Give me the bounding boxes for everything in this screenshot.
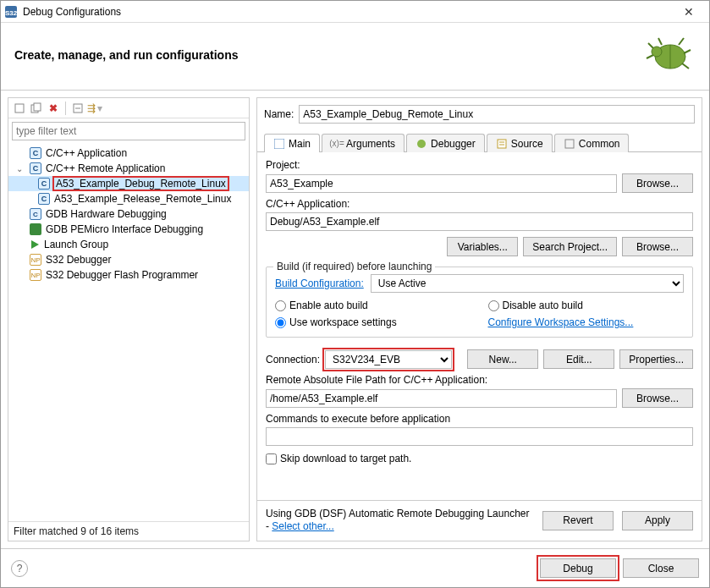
s32-icon: NP <box>29 253 42 267</box>
tree-node-s32-debugger[interactable]: NP S32 Debugger <box>8 252 249 267</box>
tree-node-launch-group[interactable]: Launch Group <box>8 237 249 252</box>
gdb-icon: C <box>29 207 42 221</box>
delete-config-icon[interactable]: ✖ <box>46 101 61 116</box>
s32-icon: NP <box>29 268 42 282</box>
configure-workspace-settings-link[interactable]: Configure Workspace Settings... <box>488 316 685 328</box>
left-panel: ✖ ⇶▾ C C/C++ Application ⌄ C C/C++ Remot… <box>8 97 250 541</box>
right-panel: Name: Main (x)= Arguments Debugger <box>256 97 702 541</box>
launcher-area: Using GDB (DSF) Automatic Remote Debuggi… <box>257 500 702 541</box>
remote-path-input[interactable] <box>266 389 617 408</box>
cpp-application-label: C/C++ Application: <box>266 198 693 210</box>
checkbox-label: Skip download to target path. <box>280 453 411 464</box>
duplicate-config-icon[interactable] <box>29 101 44 116</box>
tree-node-s32-flash[interactable]: NP S32 Debugger Flash Programmer <box>8 267 249 283</box>
build-group-legend: Build (if required) before launching <box>273 261 435 272</box>
svg-rect-12 <box>15 104 24 113</box>
tab-label: Main <box>289 138 311 150</box>
c-launch-icon: C <box>29 146 42 160</box>
tree-node-cpp-application[interactable]: C C/C++ Application <box>8 146 249 161</box>
svg-rect-23 <box>565 140 574 148</box>
disable-auto-build-radio[interactable]: Disable auto build <box>488 299 685 311</box>
debug-button[interactable]: Debug <box>540 558 616 578</box>
radio-label: Use workspace settings <box>289 316 397 328</box>
common-tab-icon <box>564 138 575 150</box>
highlight-box: Debug <box>540 558 616 578</box>
build-configuration-select[interactable]: Use Active <box>371 274 684 293</box>
launcher-text: Using GDB (DSF) Automatic Remote Debuggi… <box>266 508 534 534</box>
select-other-launcher-link[interactable]: Select other... <box>272 520 333 532</box>
tab-main[interactable]: Main <box>264 134 320 152</box>
app-icon: S32 <box>4 5 18 19</box>
svg-line-6 <box>648 43 653 48</box>
commands-label: Commands to execute before application <box>266 413 693 425</box>
project-input[interactable] <box>266 174 617 193</box>
filter-status: Filter matched 9 of 16 items <box>8 521 249 541</box>
use-workspace-settings-radio[interactable]: Use workspace settings <box>275 316 471 328</box>
tree-node-a53-debug-remote[interactable]: C A53_Example_Debug_Remote_Linux <box>8 176 249 191</box>
project-label: Project: <box>266 159 693 171</box>
remote-path-browse-button[interactable]: Browse... <box>622 388 693 408</box>
launch-group-icon <box>29 239 41 250</box>
tree-label: S32 Debugger <box>46 254 111 266</box>
tab-common[interactable]: Common <box>554 134 630 152</box>
connection-properties-button[interactable]: Properties... <box>619 349 693 369</box>
close-icon[interactable]: ✕ <box>672 5 706 19</box>
project-browse-button[interactable]: Browse... <box>622 173 693 193</box>
main-tab-icon <box>273 138 285 150</box>
svg-rect-14 <box>34 103 41 111</box>
filter-input[interactable] <box>12 122 245 140</box>
connection-select[interactable]: S32V234_EVB <box>325 350 452 369</box>
commands-field: Commands to execute before application <box>266 413 693 446</box>
tab-source[interactable]: Source <box>487 134 553 152</box>
dialog-window: S32 Debug Configurations ✕ Create, manag… <box>0 0 710 588</box>
search-project-button[interactable]: Search Project... <box>523 237 617 256</box>
tree-node-cpp-remote-application[interactable]: ⌄ C C/C++ Remote Application <box>8 161 249 176</box>
svg-point-19 <box>417 140 426 148</box>
footer: ? Debug Close <box>1 548 709 587</box>
build-configuration-link[interactable]: Build Configuration: <box>275 278 364 289</box>
remote-path-label: Remote Absolute File Path for C/C++ Appl… <box>266 374 693 386</box>
page-title: Create, manage, and run configurations <box>14 48 239 62</box>
project-field: Project: Browse... <box>266 159 693 193</box>
svg-line-7 <box>647 55 653 58</box>
variables-button[interactable]: Variables... <box>447 237 518 256</box>
cpp-application-input[interactable] <box>266 212 693 231</box>
tree-label: GDB Hardware Debugging <box>46 208 167 220</box>
tab-debugger[interactable]: Debugger <box>406 134 485 152</box>
new-config-icon[interactable] <box>12 101 27 116</box>
cpp-application-field: C/C++ Application: Variables... Search P… <box>266 198 693 256</box>
collapse-all-icon[interactable] <box>70 101 85 116</box>
remote-path-field: Remote Absolute File Path for C/C++ Appl… <box>266 374 693 408</box>
c-launch-icon: C <box>37 177 51 190</box>
commands-input[interactable] <box>266 427 693 446</box>
tree-node-gdb-pemicro[interactable]: GDB PEMicro Interface Debugging <box>8 222 249 237</box>
close-button[interactable]: Close <box>623 558 699 578</box>
filter-icon[interactable]: ⇶▾ <box>87 101 102 116</box>
connection-label: Connection: <box>266 354 320 365</box>
apply-button[interactable]: Apply <box>622 511 693 530</box>
c-launch-icon: C <box>37 192 51 206</box>
svg-line-10 <box>684 50 691 53</box>
help-icon[interactable]: ? <box>11 560 28 577</box>
name-input[interactable] <box>299 105 695 124</box>
app-browse-button[interactable]: Browse... <box>622 237 693 256</box>
radio-label: Enable auto build <box>289 299 368 311</box>
tab-arguments[interactable]: (x)= Arguments <box>322 134 405 152</box>
tab-label: Source <box>511 138 543 150</box>
titlebar: S32 Debug Configurations ✕ <box>1 1 709 23</box>
twisty-expanded-icon[interactable]: ⌄ <box>14 164 25 173</box>
config-tree[interactable]: C C/C++ Application ⌄ C C/C++ Remote App… <box>8 144 249 521</box>
connection-edit-button[interactable]: Edit... <box>543 349 614 369</box>
tree-node-a53-release-remote[interactable]: C A53_Example_Release_Remote_Linux <box>8 191 249 206</box>
revert-button[interactable]: Revert <box>542 511 614 530</box>
enable-auto-build-radio[interactable]: Enable auto build <box>275 299 471 311</box>
pemicro-icon <box>29 223 42 236</box>
skip-download-checkbox[interactable]: Skip download to target path. <box>266 453 693 464</box>
svg-line-8 <box>658 38 662 45</box>
left-toolbar: ✖ ⇶▾ <box>8 98 249 118</box>
connection-new-button[interactable]: New... <box>467 349 538 369</box>
svg-rect-20 <box>498 140 506 148</box>
tree-node-gdb-hardware[interactable]: C GDB Hardware Debugging <box>8 206 249 222</box>
window-title: Debug Configurations <box>23 6 672 18</box>
separator <box>65 102 66 115</box>
